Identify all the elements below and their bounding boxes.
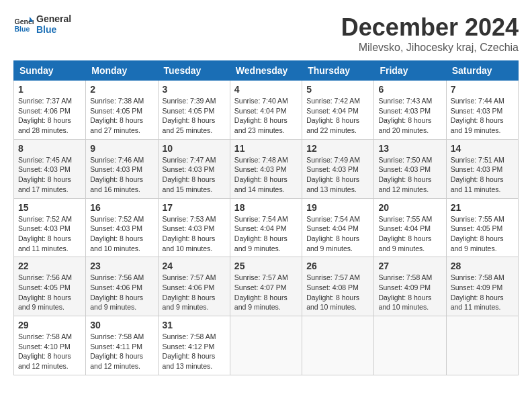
table-row: 6Sunrise: 7:43 AMSunset: 4:03 PMDaylight…	[374, 81, 446, 140]
table-row: 19Sunrise: 7:54 AMSunset: 4:04 PMDayligh…	[302, 198, 374, 257]
table-row: 28Sunrise: 7:58 AMSunset: 4:09 PMDayligh…	[446, 257, 518, 316]
table-row: 26Sunrise: 7:57 AMSunset: 4:08 PMDayligh…	[302, 257, 374, 316]
logo-icon: General Blue	[13, 14, 34, 34]
empty-cell	[374, 316, 446, 375]
col-tuesday: Tuesday	[158, 61, 230, 81]
table-row: 23Sunrise: 7:56 AMSunset: 4:06 PMDayligh…	[86, 257, 158, 316]
table-row: 21Sunrise: 7:55 AMSunset: 4:05 PMDayligh…	[446, 198, 518, 257]
table-row: 1Sunrise: 7:37 AMSunset: 4:06 PMDaylight…	[14, 81, 86, 140]
table-row: 12Sunrise: 7:49 AMSunset: 4:03 PMDayligh…	[302, 139, 374, 198]
calendar-row: 8Sunrise: 7:45 AMSunset: 4:03 PMDaylight…	[14, 139, 519, 198]
table-row: 5Sunrise: 7:42 AMSunset: 4:04 PMDaylight…	[302, 81, 374, 140]
table-row: 17Sunrise: 7:53 AMSunset: 4:03 PMDayligh…	[158, 198, 230, 257]
calendar-row: 1Sunrise: 7:37 AMSunset: 4:06 PMDaylight…	[14, 81, 519, 140]
logo: General Blue General Blue	[13, 13, 71, 35]
title-area: December 2024 Milevsko, Jihocesky kraj, …	[341, 13, 519, 54]
table-row: 2Sunrise: 7:38 AMSunset: 4:05 PMDaylight…	[86, 81, 158, 140]
table-row: 30Sunrise: 7:58 AMSunset: 4:11 PMDayligh…	[86, 316, 158, 375]
page-subtitle: Milevsko, Jihocesky kraj, Czechia	[341, 42, 519, 54]
empty-cell	[230, 316, 302, 375]
logo-blue: Blue	[36, 24, 71, 35]
calendar-header-row: Sunday Monday Tuesday Wednesday Thursday…	[14, 61, 519, 81]
calendar-row: 15Sunrise: 7:52 AMSunset: 4:03 PMDayligh…	[14, 198, 519, 257]
col-wednesday: Wednesday	[230, 61, 302, 81]
table-row: 18Sunrise: 7:54 AMSunset: 4:04 PMDayligh…	[230, 198, 302, 257]
table-row: 10Sunrise: 7:47 AMSunset: 4:03 PMDayligh…	[158, 139, 230, 198]
col-monday: Monday	[86, 61, 158, 81]
table-row: 31Sunrise: 7:58 AMSunset: 4:12 PMDayligh…	[158, 316, 230, 375]
calendar-table: Sunday Monday Tuesday Wednesday Thursday…	[13, 60, 519, 375]
empty-cell	[302, 316, 374, 375]
table-row: 7Sunrise: 7:44 AMSunset: 4:03 PMDaylight…	[446, 81, 518, 140]
table-row: 29Sunrise: 7:58 AMSunset: 4:10 PMDayligh…	[14, 316, 86, 375]
table-row: 25Sunrise: 7:57 AMSunset: 4:07 PMDayligh…	[230, 257, 302, 316]
calendar-row: 29Sunrise: 7:58 AMSunset: 4:10 PMDayligh…	[14, 316, 519, 375]
table-row: 3Sunrise: 7:39 AMSunset: 4:05 PMDaylight…	[158, 81, 230, 140]
table-row: 9Sunrise: 7:46 AMSunset: 4:03 PMDaylight…	[86, 139, 158, 198]
col-friday: Friday	[374, 61, 446, 81]
table-row: 24Sunrise: 7:57 AMSunset: 4:06 PMDayligh…	[158, 257, 230, 316]
table-row: 22Sunrise: 7:56 AMSunset: 4:05 PMDayligh…	[14, 257, 86, 316]
col-sunday: Sunday	[14, 61, 86, 81]
empty-cell	[446, 316, 518, 375]
table-row: 20Sunrise: 7:55 AMSunset: 4:04 PMDayligh…	[374, 198, 446, 257]
table-row: 15Sunrise: 7:52 AMSunset: 4:03 PMDayligh…	[14, 198, 86, 257]
table-row: 14Sunrise: 7:51 AMSunset: 4:03 PMDayligh…	[446, 139, 518, 198]
page-title: December 2024	[341, 13, 519, 42]
table-row: 11Sunrise: 7:48 AMSunset: 4:03 PMDayligh…	[230, 139, 302, 198]
calendar-row: 22Sunrise: 7:56 AMSunset: 4:05 PMDayligh…	[14, 257, 519, 316]
table-row: 13Sunrise: 7:50 AMSunset: 4:03 PMDayligh…	[374, 139, 446, 198]
svg-text:Blue: Blue	[15, 25, 30, 33]
table-row: 16Sunrise: 7:52 AMSunset: 4:03 PMDayligh…	[86, 198, 158, 257]
col-thursday: Thursday	[302, 61, 374, 81]
header: General Blue General Blue December 2024 …	[13, 13, 519, 54]
table-row: 8Sunrise: 7:45 AMSunset: 4:03 PMDaylight…	[14, 139, 86, 198]
table-row: 27Sunrise: 7:58 AMSunset: 4:09 PMDayligh…	[374, 257, 446, 316]
logo-general: General	[36, 13, 71, 24]
table-row: 4Sunrise: 7:40 AMSunset: 4:04 PMDaylight…	[230, 81, 302, 140]
col-saturday: Saturday	[446, 61, 518, 81]
